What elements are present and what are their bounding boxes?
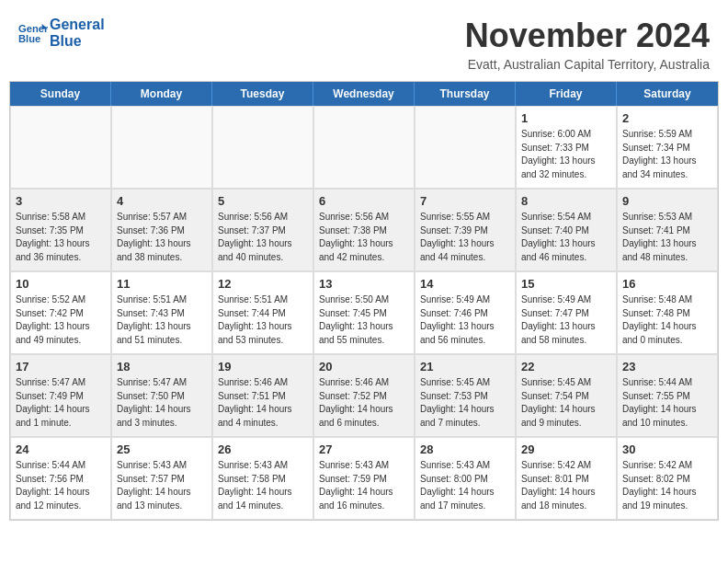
day-info: Sunrise: 5:43 AM Sunset: 8:00 PM Dayligh… [420, 459, 510, 512]
day-number: 1 [521, 111, 611, 125]
day-info: Sunrise: 5:51 AM Sunset: 7:44 PM Dayligh… [218, 293, 308, 347]
day-cell-20: 20Sunrise: 5:46 AM Sunset: 7:52 PM Dayli… [313, 354, 415, 437]
day-cell-12: 12Sunrise: 5:51 AM Sunset: 7:44 PM Dayli… [212, 271, 313, 354]
day-cell-7: 7Sunrise: 5:55 AM Sunset: 7:39 PM Daylig… [415, 189, 516, 271]
day-info: Sunrise: 5:54 AM Sunset: 7:40 PM Dayligh… [521, 211, 611, 264]
day-info: Sunrise: 5:46 AM Sunset: 7:51 PM Dayligh… [218, 376, 308, 430]
day-info: Sunrise: 5:47 AM Sunset: 7:49 PM Dayligh… [16, 376, 106, 430]
day-info: Sunrise: 5:43 AM Sunset: 7:57 PM Dayligh… [117, 459, 207, 512]
day-info: Sunrise: 5:42 AM Sunset: 8:01 PM Dayligh… [521, 459, 611, 512]
calendar-header: SundayMondayTuesdayWednesdayThursdayFrid… [10, 82, 718, 106]
day-cell-9: 9Sunrise: 5:53 AM Sunset: 7:41 PM Daylig… [617, 189, 718, 271]
header-day-tuesday: Tuesday [212, 82, 313, 106]
day-number: 10 [16, 277, 106, 291]
header-day-saturday: Saturday [617, 82, 718, 106]
day-number: 5 [218, 194, 308, 208]
day-number: 7 [420, 194, 510, 208]
svg-text:Blue: Blue [18, 33, 40, 44]
day-info: Sunrise: 5:55 AM Sunset: 7:39 PM Dayligh… [420, 211, 510, 264]
empty-cell [10, 106, 111, 189]
day-number: 28 [420, 442, 510, 456]
header-day-thursday: Thursday [415, 82, 516, 106]
day-number: 9 [622, 194, 712, 208]
day-cell-13: 13Sunrise: 5:50 AM Sunset: 7:45 PM Dayli… [313, 271, 415, 354]
day-number: 2 [622, 111, 712, 125]
day-info: Sunrise: 5:50 AM Sunset: 7:45 PM Dayligh… [319, 293, 409, 347]
empty-cell [111, 106, 212, 189]
calendar-body: 1Sunrise: 6:00 AM Sunset: 7:33 PM Daylig… [10, 106, 718, 520]
day-info: Sunrise: 5:58 AM Sunset: 7:35 PM Dayligh… [16, 211, 106, 264]
day-cell-25: 25Sunrise: 5:43 AM Sunset: 7:57 PM Dayli… [111, 437, 212, 520]
day-info: Sunrise: 5:49 AM Sunset: 7:47 PM Dayligh… [521, 293, 611, 347]
day-cell-3: 3Sunrise: 5:58 AM Sunset: 7:35 PM Daylig… [10, 189, 111, 271]
empty-cell [313, 106, 415, 189]
day-number: 3 [16, 194, 106, 208]
day-cell-8: 8Sunrise: 5:54 AM Sunset: 7:40 PM Daylig… [516, 189, 617, 271]
day-number: 29 [521, 442, 611, 456]
day-number: 30 [622, 442, 712, 456]
location: Evatt, Australian Capital Territory, Aus… [465, 57, 710, 72]
day-cell-18: 18Sunrise: 5:47 AM Sunset: 7:50 PM Dayli… [111, 354, 212, 437]
empty-cell [415, 106, 516, 189]
day-number: 17 [16, 360, 106, 373]
day-cell-15: 15Sunrise: 5:49 AM Sunset: 7:47 PM Dayli… [516, 271, 617, 354]
header-day-sunday: Sunday [10, 82, 111, 106]
day-cell-6: 6Sunrise: 5:56 AM Sunset: 7:38 PM Daylig… [313, 189, 415, 271]
day-cell-11: 11Sunrise: 5:51 AM Sunset: 7:43 PM Dayli… [111, 271, 212, 354]
day-number: 4 [117, 194, 207, 208]
day-info: Sunrise: 5:56 AM Sunset: 7:38 PM Dayligh… [319, 211, 409, 264]
month-title: November 2024 [465, 17, 710, 55]
day-info: Sunrise: 5:57 AM Sunset: 7:36 PM Dayligh… [117, 211, 207, 264]
day-number: 24 [16, 442, 106, 456]
day-info: Sunrise: 5:43 AM Sunset: 7:59 PM Dayligh… [319, 459, 409, 512]
day-info: Sunrise: 5:53 AM Sunset: 7:41 PM Dayligh… [622, 211, 712, 264]
day-number: 6 [319, 194, 409, 208]
logo-text: General Blue [50, 17, 105, 49]
day-cell-26: 26Sunrise: 5:43 AM Sunset: 7:58 PM Dayli… [212, 437, 313, 520]
day-number: 27 [319, 442, 409, 456]
day-cell-17: 17Sunrise: 5:47 AM Sunset: 7:49 PM Dayli… [10, 354, 111, 437]
day-number: 8 [521, 194, 611, 208]
day-number: 16 [622, 277, 712, 291]
header-day-monday: Monday [111, 82, 212, 106]
day-info: Sunrise: 5:45 AM Sunset: 7:54 PM Dayligh… [521, 376, 611, 430]
logo-icon: General Blue [18, 20, 48, 46]
day-info: Sunrise: 5:47 AM Sunset: 7:50 PM Dayligh… [117, 376, 207, 430]
day-number: 21 [420, 360, 510, 373]
day-cell-22: 22Sunrise: 5:45 AM Sunset: 7:54 PM Dayli… [516, 354, 617, 437]
day-cell-4: 4Sunrise: 5:57 AM Sunset: 7:36 PM Daylig… [111, 189, 212, 271]
day-number: 15 [521, 277, 611, 291]
header-day-wednesday: Wednesday [313, 82, 415, 106]
day-number: 18 [117, 360, 207, 373]
day-info: Sunrise: 5:59 AM Sunset: 7:34 PM Dayligh… [622, 128, 712, 181]
day-cell-2: 2Sunrise: 5:59 AM Sunset: 7:34 PM Daylig… [617, 106, 718, 189]
page-header: General Blue General Blue November 2024 … [0, 0, 728, 81]
day-cell-27: 27Sunrise: 5:43 AM Sunset: 7:59 PM Dayli… [313, 437, 415, 520]
day-info: Sunrise: 5:46 AM Sunset: 7:52 PM Dayligh… [319, 376, 409, 430]
day-number: 26 [218, 442, 308, 456]
calendar: SundayMondayTuesdayWednesdayThursdayFrid… [9, 81, 719, 521]
day-info: Sunrise: 5:56 AM Sunset: 7:37 PM Dayligh… [218, 211, 308, 264]
day-cell-24: 24Sunrise: 5:44 AM Sunset: 7:56 PM Dayli… [10, 437, 111, 520]
day-info: Sunrise: 5:42 AM Sunset: 8:02 PM Dayligh… [622, 459, 712, 512]
day-cell-19: 19Sunrise: 5:46 AM Sunset: 7:51 PM Dayli… [212, 354, 313, 437]
day-cell-16: 16Sunrise: 5:48 AM Sunset: 7:48 PM Dayli… [617, 271, 718, 354]
day-cell-23: 23Sunrise: 5:44 AM Sunset: 7:55 PM Dayli… [617, 354, 718, 437]
day-number: 25 [117, 442, 207, 456]
day-info: Sunrise: 6:00 AM Sunset: 7:33 PM Dayligh… [521, 128, 611, 181]
day-cell-5: 5Sunrise: 5:56 AM Sunset: 7:37 PM Daylig… [212, 189, 313, 271]
day-info: Sunrise: 5:44 AM Sunset: 7:56 PM Dayligh… [16, 459, 106, 512]
day-info: Sunrise: 5:52 AM Sunset: 7:42 PM Dayligh… [16, 293, 106, 347]
day-cell-1: 1Sunrise: 6:00 AM Sunset: 7:33 PM Daylig… [516, 106, 617, 189]
day-number: 23 [622, 360, 712, 373]
day-cell-30: 30Sunrise: 5:42 AM Sunset: 8:02 PM Dayli… [617, 437, 718, 520]
day-number: 12 [218, 277, 308, 291]
day-info: Sunrise: 5:49 AM Sunset: 7:46 PM Dayligh… [420, 293, 510, 347]
day-cell-14: 14Sunrise: 5:49 AM Sunset: 7:46 PM Dayli… [415, 271, 516, 354]
day-number: 22 [521, 360, 611, 373]
logo: General Blue General Blue [18, 17, 105, 49]
title-section: November 2024 Evatt, Australian Capital … [465, 17, 710, 72]
day-cell-29: 29Sunrise: 5:42 AM Sunset: 8:01 PM Dayli… [516, 437, 617, 520]
day-number: 20 [319, 360, 409, 373]
day-cell-10: 10Sunrise: 5:52 AM Sunset: 7:42 PM Dayli… [10, 271, 111, 354]
